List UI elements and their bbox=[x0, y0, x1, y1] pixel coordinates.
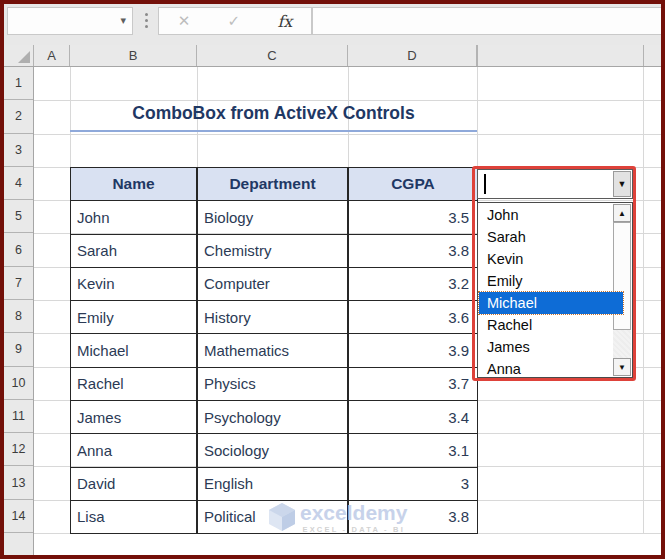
table-cell[interactable]: James bbox=[70, 400, 197, 434]
row-headers: 1234567891011121314 bbox=[4, 67, 34, 555]
name-box[interactable]: ▾ bbox=[7, 7, 133, 35]
column-header-c[interactable]: C bbox=[197, 45, 348, 66]
combobox-option-emily[interactable]: Emily bbox=[479, 270, 620, 292]
table-cell[interactable]: 3.8 bbox=[348, 234, 478, 268]
table-cell[interactable]: Rachel bbox=[70, 367, 197, 401]
row-header-7[interactable]: 7 bbox=[4, 267, 33, 300]
row-header-10[interactable]: 10 bbox=[4, 367, 33, 400]
table-cell[interactable]: Biology bbox=[197, 200, 348, 234]
select-all-triangle-icon bbox=[18, 51, 30, 63]
table-cell[interactable]: Chemistry bbox=[197, 234, 348, 268]
row-header-4[interactable]: 4 bbox=[4, 167, 33, 200]
combobox-dropdown-list: ▲ ▼ JohnSarahKevinEmilyMichaelRachelJame… bbox=[477, 202, 633, 378]
row-header-5[interactable]: 5 bbox=[4, 200, 33, 233]
data-table: NameDepartmentCGPAJohnBiology3.5SarahChe… bbox=[70, 167, 478, 534]
formula-toolbar: ▾ ✕ ✓ fx bbox=[4, 4, 661, 45]
excel-window: ▾ ✕ ✓ fx ABCD 1234567891011121314 ComboB… bbox=[0, 0, 665, 559]
row-header-9[interactable]: 9 bbox=[4, 333, 33, 366]
table-cell[interactable]: Computer bbox=[197, 267, 348, 301]
insert-function-icon[interactable]: fx bbox=[277, 12, 292, 31]
combobox-option-james[interactable]: James bbox=[479, 336, 620, 358]
combobox-option-michael[interactable]: Michael bbox=[479, 292, 623, 314]
title-underline bbox=[70, 130, 477, 132]
table-header-department[interactable]: Department bbox=[197, 167, 348, 201]
gridline bbox=[34, 100, 661, 101]
row-header-6[interactable]: 6 bbox=[4, 233, 33, 266]
table-cell[interactable]: Emily bbox=[70, 300, 197, 334]
formula-buttons: ✕ ✓ fx bbox=[158, 7, 312, 35]
column-header-divider bbox=[643, 45, 644, 66]
table-cell[interactable]: Anna bbox=[70, 433, 197, 467]
column-header-divider bbox=[477, 45, 478, 66]
column-header-b[interactable]: B bbox=[70, 45, 197, 66]
table-cell[interactable]: History bbox=[197, 300, 348, 334]
table-cell[interactable]: English bbox=[197, 467, 348, 501]
table-cell[interactable]: 3.5 bbox=[348, 200, 478, 234]
row-header-3[interactable]: 3 bbox=[4, 134, 33, 167]
cancel-icon[interactable]: ✕ bbox=[178, 12, 191, 30]
watermark-brand: exceldemy bbox=[300, 502, 407, 524]
row-header-12[interactable]: 12 bbox=[4, 433, 33, 466]
enter-icon[interactable]: ✓ bbox=[228, 12, 241, 30]
table-cell[interactable]: 3.7 bbox=[348, 367, 478, 401]
combobox-dropdown-button[interactable]: ▼ bbox=[613, 171, 631, 197]
table-cell[interactable]: Kevin bbox=[70, 267, 197, 301]
combobox-option-john[interactable]: John bbox=[479, 204, 620, 226]
table-header-name[interactable]: Name bbox=[70, 167, 197, 201]
watermark-tagline: EXCEL - DATA - BI bbox=[300, 525, 407, 534]
select-all-corner[interactable] bbox=[4, 45, 34, 66]
table-cell[interactable]: 3.2 bbox=[348, 267, 478, 301]
gridline bbox=[34, 134, 661, 135]
sheet-title: ComboBox from ActiveX Controls bbox=[70, 103, 477, 124]
table-cell[interactable]: Michael bbox=[70, 333, 197, 367]
row-header-13[interactable]: 13 bbox=[4, 466, 33, 499]
row-header-8[interactable]: 8 bbox=[4, 300, 33, 333]
exceldemy-watermark: exceldemy EXCEL - DATA - BI bbox=[268, 502, 428, 534]
exceldemy-logo-icon bbox=[268, 502, 296, 532]
row-header-11[interactable]: 11 bbox=[4, 400, 33, 433]
toolbar-divider-dots bbox=[145, 13, 148, 28]
formula-bar[interactable] bbox=[312, 7, 664, 35]
row-header-1[interactable]: 1 bbox=[4, 67, 33, 100]
table-cell[interactable]: 3.6 bbox=[348, 300, 478, 334]
combobox-option-anna[interactable]: Anna bbox=[479, 358, 620, 380]
combobox-option-rachel[interactable]: Rachel bbox=[479, 314, 620, 336]
table-header-cgpa[interactable]: CGPA bbox=[348, 167, 478, 201]
table-cell[interactable]: John bbox=[70, 200, 197, 234]
table-cell[interactable]: David bbox=[70, 467, 197, 501]
chevron-down-icon: ▼ bbox=[618, 179, 627, 189]
combobox-input[interactable]: ▼ bbox=[477, 169, 633, 199]
text-caret bbox=[484, 174, 486, 194]
table-cell[interactable]: Lisa bbox=[70, 500, 197, 534]
column-headers: ABCD bbox=[4, 45, 661, 67]
table-cell[interactable]: Mathematics bbox=[197, 333, 348, 367]
table-cell[interactable]: 3.4 bbox=[348, 400, 478, 434]
combobox-option-kevin[interactable]: Kevin bbox=[479, 248, 620, 270]
table-cell[interactable]: 3.9 bbox=[348, 333, 478, 367]
table-cell[interactable]: Sociology bbox=[197, 433, 348, 467]
column-header-a[interactable]: A bbox=[34, 45, 70, 66]
name-box-dropdown-icon[interactable]: ▾ bbox=[120, 14, 126, 27]
row-header-2[interactable]: 2 bbox=[4, 100, 33, 133]
row-header-14[interactable]: 14 bbox=[4, 500, 33, 533]
table-cell[interactable]: Psychology bbox=[197, 400, 348, 434]
table-cell[interactable]: 3 bbox=[348, 467, 478, 501]
combobox-option-sarah[interactable]: Sarah bbox=[479, 226, 620, 248]
table-cell[interactable]: 3.1 bbox=[348, 433, 478, 467]
column-header-d[interactable]: D bbox=[348, 45, 477, 66]
table-cell[interactable]: Physics bbox=[197, 367, 348, 401]
table-cell[interactable]: Sarah bbox=[70, 234, 197, 268]
